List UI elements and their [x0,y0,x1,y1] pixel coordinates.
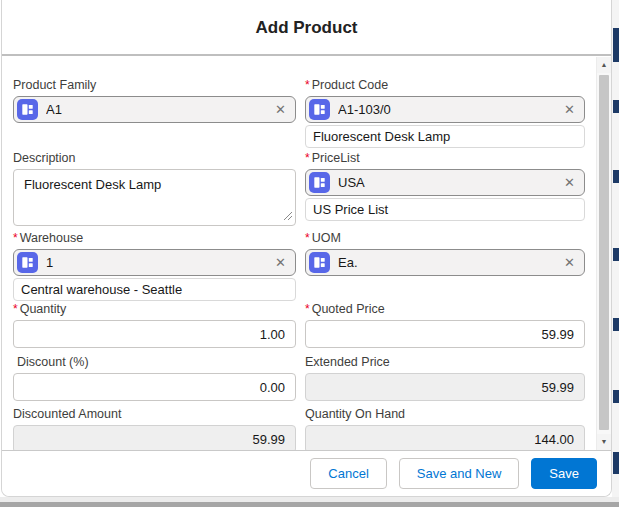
field-label: Discounted Amount [13,407,121,421]
field-discounted-amount: Discounted Amount [13,407,296,453]
field-label: Quoted Price [312,302,385,316]
page-background-bottom-strip [0,497,619,507]
field-product-code: *Product Code A1-103/0 ✕ Fluorescent Des… [305,78,585,148]
field-discount-pct: Discount (%) [13,355,296,401]
product-family-lookup[interactable]: A1 ✕ [13,96,296,123]
field-label: Warehouse [20,231,83,245]
field-label: Description [13,151,76,165]
field-label: Product Family [13,78,96,92]
field-quoted-price: *Quoted Price [305,302,585,348]
field-product-family: Product Family A1 ✕ [13,78,296,123]
required-marker: * [13,231,18,245]
field-label: PriceList [312,151,360,165]
field-quantity: *Quantity [13,302,296,348]
modal-title: Add Product [256,18,358,38]
clear-icon[interactable]: ✕ [274,256,287,269]
scrollbar-thumb[interactable] [599,75,609,430]
lookup-secondary-text: US Price List [305,198,585,221]
required-marker: * [305,231,310,245]
field-label: UOM [312,231,341,245]
scroll-up-icon[interactable]: ▲ [597,57,611,73]
warehouse-lookup[interactable]: 1 ✕ [13,249,296,276]
product-code-lookup[interactable]: A1-103/0 ✕ [305,96,585,123]
save-and-new-button[interactable]: Save and New [399,458,520,489]
field-pricelist: *PriceList USA ✕ US Price List [305,151,585,221]
clear-icon[interactable]: ✕ [563,176,576,189]
field-label: Discount (%) [17,355,89,369]
product-icon [309,99,330,120]
lookup-value: USA [338,175,563,190]
field-label: Extended Price [305,355,390,369]
quoted-price-input[interactable] [305,320,585,348]
save-button[interactable]: Save [531,458,597,489]
product-icon [309,252,330,273]
page-background-right-strip [612,0,619,507]
required-marker: * [305,302,310,316]
cancel-button[interactable]: Cancel [310,458,386,489]
field-label: Quantity [20,302,67,316]
modal-header: Add Product [2,0,611,56]
add-product-modal: Add Product Product Family A1 ✕ *Product… [1,0,612,497]
field-label: Quantity On Hand [305,407,405,421]
pricelist-lookup[interactable]: USA ✕ [305,169,585,196]
clear-icon[interactable]: ✕ [563,256,576,269]
field-quantity-on-hand: Quantity On Hand [305,407,585,453]
field-uom: *UOM Ea. ✕ [305,231,585,276]
discount-pct-input[interactable] [13,373,296,401]
field-description: Description Fluorescent Desk Lamp [13,151,296,230]
clear-icon[interactable]: ✕ [274,103,287,116]
modal-footer: Cancel Save and New Save [2,450,611,496]
required-marker: * [13,302,18,316]
extended-price-input [305,373,585,401]
lookup-value: A1-103/0 [338,102,563,117]
product-icon [17,252,38,273]
lookup-value: Ea. [338,255,563,270]
field-extended-price: Extended Price [305,355,585,401]
required-marker: * [305,78,310,92]
scroll-down-icon[interactable]: ▼ [597,434,611,450]
clear-icon[interactable]: ✕ [563,103,576,116]
quantity-on-hand-input [305,425,585,453]
content-scrollbar[interactable]: ▲ ▼ [596,57,611,450]
product-icon [17,99,38,120]
lookup-value: A1 [46,102,274,117]
product-icon [309,172,330,193]
uom-lookup[interactable]: Ea. ✕ [305,249,585,276]
lookup-value: 1 [46,255,274,270]
discounted-amount-input [13,425,296,453]
field-warehouse: *Warehouse 1 ✕ Central warehouse - Seatt… [13,231,296,301]
lookup-secondary-text: Fluorescent Desk Lamp [305,125,585,148]
quantity-input[interactable] [13,320,296,348]
required-marker: * [305,151,310,165]
field-label: Product Code [312,78,388,92]
lookup-secondary-text: Central warehouse - Seattle [13,278,296,301]
description-textarea[interactable]: Fluorescent Desk Lamp [13,169,296,226]
